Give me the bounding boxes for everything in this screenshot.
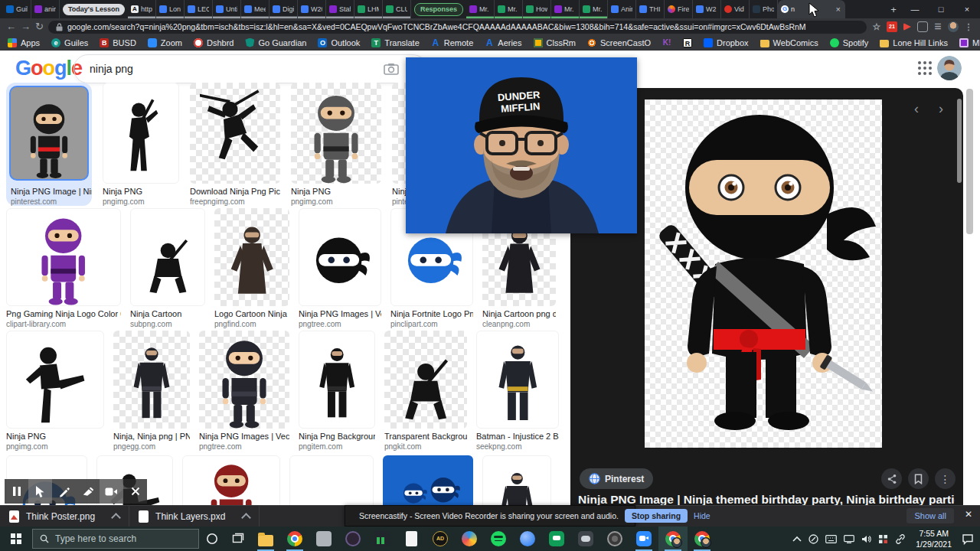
result-title[interactable]: Ninja Cartoon png dow... <box>482 309 556 318</box>
browser-tab-mr[interactable]: Mr. <box>551 0 580 18</box>
taskbar-search-input[interactable]: Type here to search <box>32 529 199 549</box>
browser-tab-lhm[interactable]: LHM <box>354 0 383 18</box>
result-thumbnail[interactable] <box>291 83 381 184</box>
result-title[interactable]: Logo Cartoon Ninja Pn... <box>214 309 289 318</box>
browser-tab-mr[interactable]: Mr. <box>580 0 608 18</box>
browser-tab-staf[interactable]: Staf <box>326 0 354 18</box>
share-icon[interactable] <box>881 468 902 489</box>
source-site-button[interactable]: Pinterest <box>580 468 653 489</box>
download-item-think-layers-pxd[interactable]: Think Layers.pxd <box>129 506 260 527</box>
browser-tab-w20[interactable]: W20 <box>298 0 326 18</box>
hide-link[interactable]: Hide <box>694 511 710 520</box>
bookmark-aeries[interactable]: AAeries <box>485 38 521 47</box>
result-thumbnail[interactable] <box>182 455 280 505</box>
taskbar-app-notes-app[interactable] <box>397 527 426 551</box>
extensions-puzzle-icon[interactable] <box>917 21 928 32</box>
cursor-tool-button[interactable] <box>28 479 52 504</box>
taskbar-app-file-explorer[interactable] <box>251 527 280 551</box>
bookmark-apps[interactable]: Apps <box>8 38 40 47</box>
new-tab-button[interactable]: + <box>885 4 902 15</box>
taskbar-app-colorful-app[interactable] <box>455 527 484 551</box>
result-title[interactable]: Ninja PNG <box>6 432 104 441</box>
browser-tab-digi[interactable]: Digi <box>270 0 298 18</box>
forward-icon[interactable]: → <box>21 18 31 35</box>
bookmark-dropbox[interactable]: Dropbox <box>704 38 749 47</box>
image-result-transparent-backgroun[interactable]: Transparent Backgroun...pngkit.com <box>384 331 467 451</box>
taskbar-app-chrome[interactable] <box>280 527 309 551</box>
result-thumbnail[interactable] <box>190 83 280 184</box>
bookmark-rbox[interactable]: R <box>683 38 692 47</box>
google-apps-grid-icon[interactable] <box>917 60 933 76</box>
image-result-ninja-png[interactable]: Ninja PNGpngimg.com <box>103 83 179 206</box>
pause-tool-button[interactable] <box>5 479 28 504</box>
browser-tab-mee[interactable]: Mee <box>241 0 270 18</box>
image-result-download-ninja-png-pic[interactable]: Download Ninja Png Pic ...freepngimg.com <box>190 83 280 206</box>
reload-icon[interactable]: ↻ <box>35 18 44 35</box>
bookmark-zoom[interactable]: Zoom <box>148 38 182 47</box>
image-result-ninja-png-image-ninj[interactable]: Ninja PNG Image | Ninj...pinterest.com <box>6 83 92 206</box>
bookmark-lone-hill-links[interactable]: Lone Hill Links <box>880 38 948 47</box>
browser-tab-vid[interactable]: Vid <box>721 0 750 18</box>
search-box[interactable]: ninja png <box>74 54 427 83</box>
browser-tab-w2[interactable]: W2 <box>693 0 721 18</box>
taskbar-app-spotify[interactable] <box>484 527 513 551</box>
browser-tab-anin[interactable]: Anin <box>608 0 636 18</box>
result-thumbnail[interactable] <box>6 331 104 429</box>
taskbar-app-app-grey[interactable] <box>309 527 338 551</box>
screencastify-extension-icon[interactable] <box>902 21 913 32</box>
result-title[interactable]: Ninja PNG <box>103 187 179 196</box>
browser-tab-guil[interactable]: Guil <box>3 0 31 18</box>
result-thumbnail[interactable] <box>130 208 205 306</box>
taskbar-app-hangouts[interactable] <box>542 527 571 551</box>
result-thumbnail[interactable] <box>214 208 289 306</box>
browser-tab-fire[interactable]: Fire <box>665 0 693 18</box>
browser-tab-http[interactable]: Ahttp <box>128 0 156 18</box>
bookmark-remote[interactable]: ARemote <box>431 38 474 47</box>
google-logo[interactable]: Google <box>15 57 82 80</box>
browser-tab-anin[interactable]: anin <box>31 0 60 18</box>
result-thumbnail[interactable] <box>103 83 179 184</box>
tray-volume-icon[interactable] <box>861 535 871 543</box>
image-result-ninja-png[interactable]: Ninja PNGpngimg.com <box>291 83 381 206</box>
result-thumbnail[interactable] <box>113 331 190 429</box>
tab-close-icon[interactable]: × <box>835 5 842 14</box>
result-title[interactable]: Transparent Backgroun... <box>384 432 467 441</box>
browser-tab-clu[interactable]: CLU <box>383 0 411 18</box>
taskbar-app-ad-app[interactable]: AD <box>426 527 455 551</box>
more-options-kebab-icon[interactable]: ⋮ <box>935 468 956 489</box>
browser-tab-unti[interactable]: Unti <box>213 0 241 18</box>
result-title[interactable]: Ninja Png Background I... <box>299 432 375 441</box>
marker-tool-button[interactable] <box>76 479 100 504</box>
bookmark-clssrm[interactable]: ClssRm <box>534 38 577 47</box>
tray-apps-badge-icon[interactable] <box>878 534 888 544</box>
previous-image-chevron-icon[interactable]: ‹ <box>908 100 925 117</box>
browser-tab-mr[interactable]: Mr. <box>495 0 523 18</box>
window-maximize-button[interactable]: □ <box>928 0 954 18</box>
browser-tab-mr[interactable]: Mr. <box>466 0 495 18</box>
pen-tool-button[interactable] <box>52 479 76 504</box>
save-bookmark-icon[interactable] <box>908 468 929 489</box>
bookmark-spotify[interactable]: Spotify <box>830 38 869 47</box>
image-result-ninja-png-images-vector-[interactable]: Ninja PNG Images | Vector an...pngtree.c… <box>199 331 289 451</box>
download-chevron-up-icon[interactable] <box>111 513 121 523</box>
download-item-think-poster-png[interactable]: Think Poster.png <box>0 506 129 527</box>
action-center-icon[interactable] <box>962 533 974 545</box>
browser-profile-avatar[interactable] <box>948 21 959 32</box>
result-title[interactable]: Png Gaming Ninja Logo Color 01 G... <box>6 309 121 318</box>
tab-group-chip-today-s-lesson[interactable]: Today's Lesson <box>63 4 125 15</box>
tab-group-chip-responses[interactable]: Responses <box>414 3 463 16</box>
tray-network-display-icon[interactable] <box>844 535 854 543</box>
bookmark-mr-guiles-game[interactable]: MR. GUILES -GAME... <box>959 38 980 47</box>
taskbar-app-zoom[interactable] <box>629 527 658 551</box>
image-result[interactable] <box>182 455 280 505</box>
result-thumbnail[interactable] <box>299 331 375 429</box>
result-thumbnail[interactable] <box>9 86 89 181</box>
image-result-logo-cartoon-ninja-pn[interactable]: Logo Cartoon Ninja Pn...pngfind.com <box>214 208 289 328</box>
taskbar-app-discord[interactable] <box>571 527 600 551</box>
bookmark-busd[interactable]: BBUSD <box>100 38 136 47</box>
result-title[interactable]: Ninja PNG Image | Ninj... <box>11 187 92 196</box>
result-title[interactable]: Ninja Fortnite Logo Pn... <box>390 309 473 318</box>
page-scrollbar-thumb[interactable] <box>966 89 973 234</box>
bookmark-screencasto[interactable]: ScreenCastO <box>587 38 651 47</box>
result-thumbnail[interactable] <box>299 208 381 306</box>
